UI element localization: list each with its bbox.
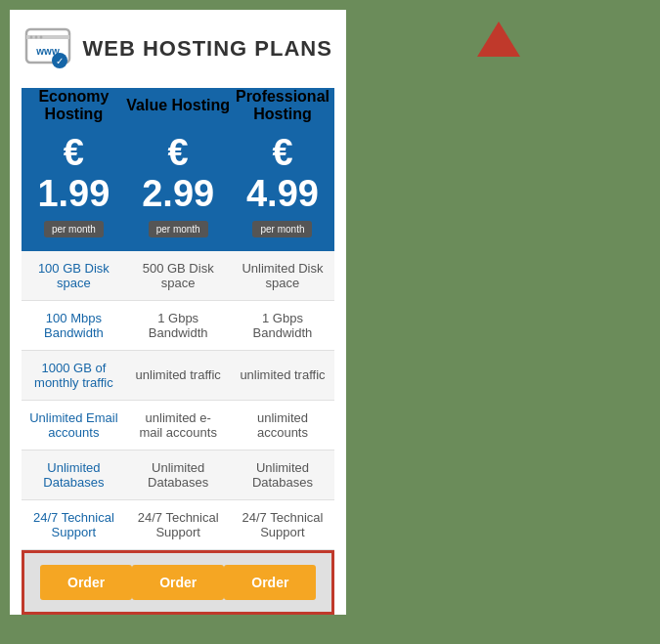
value-bandwidth: 1 Gbps Bandwidth [126, 300, 231, 350]
value-per-month: per month [149, 221, 208, 237]
arrow-section [346, 10, 650, 70]
economy-header: Economy Hosting [22, 88, 126, 123]
svg-point-3 [34, 36, 37, 39]
value-traffic: unlimited traffic [126, 350, 231, 400]
value-order-button[interactable]: Order [132, 565, 224, 600]
value-price: € 2.99 [134, 133, 223, 215]
feature-row-traffic: 1000 GB of monthly traffic unlimited tra… [22, 350, 334, 400]
professional-disk: Unlimited Disk space [231, 251, 335, 301]
professional-support: 24/7 Technical Support [231, 499, 335, 549]
feature-row-bandwidth: 100 Mbps Bandwidth 1 Gbps Bandwidth 1 Gb… [22, 300, 334, 350]
value-disk: 500 GB Disk space [126, 251, 231, 301]
professional-price: € 4.99 [239, 133, 328, 215]
value-databases: Unlimited Databases [126, 450, 231, 499]
www-icon: www ✓ [24, 27, 71, 70]
economy-disk: 100 GB Disk space [22, 251, 126, 301]
price-row: € 1.99 per month € 2.99 per month € 4.99… [22, 123, 334, 251]
value-header: Value Hosting [126, 88, 231, 123]
feature-row-disk: 100 GB Disk space 500 GB Disk space Unli… [22, 251, 334, 301]
header-row: Economy Hosting Value Hosting Profession… [22, 88, 334, 123]
economy-databases: Unlimited Databases [22, 450, 126, 499]
economy-email: Unlimited Email accounts [22, 400, 126, 450]
svg-rect-1 [26, 35, 69, 39]
value-price-cell: € 2.99 per month [126, 123, 231, 251]
professional-order-button[interactable]: Order [224, 565, 316, 600]
professional-traffic: unlimited traffic [231, 350, 335, 400]
economy-support: 24/7 Technical Support [22, 499, 126, 549]
feature-row-support: 24/7 Technical Support 24/7 Technical Su… [22, 499, 334, 549]
economy-traffic: 1000 GB of monthly traffic [22, 350, 126, 400]
feature-row-databases: Unlimited Databases Unlimited Databases … [22, 450, 334, 499]
feature-row-email: Unlimited Email accounts unlimited e-mai… [22, 400, 334, 450]
page-title-area: www ✓ WEB HOSTING PLANS [22, 27, 334, 70]
value-email: unlimited e-mail accounts [126, 400, 231, 450]
svg-point-2 [29, 36, 32, 39]
economy-per-month: per month [44, 221, 104, 237]
economy-bandwidth: 100 Mbps Bandwidth [22, 300, 126, 350]
professional-databases: Unlimited Databases [231, 450, 335, 499]
page-title: WEB HOSTING PLANS [83, 36, 332, 62]
plans-table: Economy Hosting Value Hosting Profession… [22, 88, 334, 550]
economy-order-button[interactable]: Order [40, 565, 132, 600]
professional-bandwidth: 1 Gbps Bandwidth [231, 300, 335, 350]
svg-text:✓: ✓ [56, 56, 64, 66]
value-support: 24/7 Technical Support [126, 499, 231, 549]
svg-point-4 [39, 36, 42, 39]
professional-price-cell: € 4.99 per month [231, 123, 335, 251]
economy-price: € 1.99 [29, 133, 118, 215]
professional-per-month: per month [252, 221, 312, 237]
professional-email: unlimited accounts [231, 400, 335, 450]
order-row: Order Order Order [22, 550, 334, 615]
arrow-up-icon [477, 21, 520, 57]
economy-price-cell: € 1.99 per month [22, 123, 126, 251]
professional-header: Professional Hosting [231, 88, 335, 123]
